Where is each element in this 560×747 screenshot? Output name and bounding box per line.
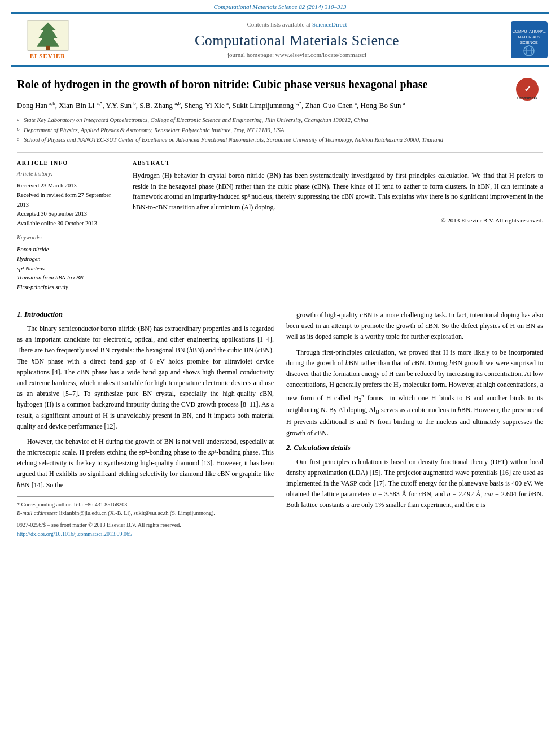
elsevier-logo: ELSEVIER (25, 20, 71, 59)
body-columns: 1. Introduction The binary semiconductor… (17, 310, 543, 538)
footnote-corresponding: * Corresponding author. Tel.: +86 431 85… (17, 500, 274, 509)
article-title: Role of hydrogen in the growth of boron … (17, 77, 543, 92)
affiliation-c: c School of Physics and NANOTEC-SUT Cent… (17, 136, 543, 145)
svg-text:MATERIALS: MATERIALS (518, 35, 540, 39)
svg-text:CrossMark: CrossMark (517, 96, 537, 100)
right-para-1: growth of high-quality cBN is a more cha… (286, 310, 543, 343)
svg-text:SCIENCE: SCIENCE (520, 41, 537, 45)
keywords-section: Keywords: Boron nitride Hydrogen sp³ Nuc… (17, 234, 113, 292)
elsevier-tree-icon (25, 20, 71, 51)
affil-text-c: School of Physics and NANOTEC-SUT Center… (24, 136, 443, 145)
affil-text-a: State Key Laboratory on Integrated Optoe… (24, 116, 368, 125)
journal-logo-section: COMPUTATIONAL MATERIALS SCIENCE (504, 18, 549, 61)
footnote-emails-text: lixianbin@jlu.edu.cn (X.-B. Li), sukit@s… (59, 510, 215, 516)
svg-rect-4 (511, 21, 548, 58)
keyword-2: Hydrogen (17, 255, 113, 264)
journal-homepage: journal homepage: www.elsevier.com/locat… (228, 51, 366, 58)
affil-super-b: b (17, 126, 24, 135)
footnote-emails: E-mail addresses: lixianbin@jlu.edu.cn (… (17, 509, 274, 517)
journal-logo-icon: COMPUTATIONAL MATERIALS SCIENCE (511, 21, 548, 58)
affil-super-a: a (17, 116, 24, 125)
intro-para-1: The binary semiconductor boron nitride (… (17, 324, 274, 432)
elsevier-label: ELSEVIER (30, 53, 66, 59)
article-title-text: Role of hydrogen in the growth of boron … (17, 78, 427, 90)
keyword-3: sp³ Nucleus (17, 264, 113, 274)
date-received: Received 23 March 2013 (17, 181, 113, 191)
crossmark-icon: ✓ CrossMark (512, 77, 543, 102)
keyword-4: Transition from hBN to cBN (17, 273, 113, 283)
date-accepted: Accepted 30 September 2013 (17, 209, 113, 219)
affiliations-section: a State Key Laboratory on Integrated Opt… (17, 116, 543, 145)
journal-header-center: Contents lists available at ScienceDirec… (90, 18, 504, 61)
science-direct-link: Contents lists available at ScienceDirec… (247, 21, 347, 28)
abstract-label: ABSTRACT (133, 160, 543, 166)
footnote-doi-link[interactable]: http://dx.doi.org/10.1016/j.commatsci.20… (17, 531, 132, 537)
contents-text: Contents lists available at (247, 21, 310, 28)
abstract-column: ABSTRACT Hydrogen (H) behavior in crysta… (133, 160, 543, 292)
keywords-label: Keywords: (17, 234, 113, 242)
copyright-text: © 2013 Elsevier B.V. All rights reserved… (133, 217, 543, 224)
article-content: Role of hydrogen in the growth of boron … (0, 67, 560, 549)
body-right-column: growth of high-quality cBN is a more cha… (286, 310, 543, 538)
journal-title: Computational Materials Science (195, 32, 399, 49)
section2-heading: 2. Calculation details (286, 443, 543, 452)
journal-reference-text: Computational Materials Science 82 (2014… (214, 3, 347, 10)
elsevier-logo-section: ELSEVIER (11, 18, 90, 61)
keyword-1: Boron nitride (17, 245, 113, 255)
footnote-area: * Corresponding author. Tel.: +86 431 85… (17, 496, 274, 538)
section2-para: Our first-principles calculation is base… (286, 457, 543, 511)
abstract-text: Hydrogen (H) behavior in crystal boron n… (133, 171, 543, 212)
history-label: Article history: (17, 171, 113, 178)
section-divider (17, 302, 543, 302)
svg-text:COMPUTATIONAL: COMPUTATIONAL (512, 29, 545, 33)
affiliation-a: a State Key Laboratory on Integrated Opt… (17, 116, 543, 125)
intro-para-2: However, the behavior of H during the gr… (17, 436, 274, 491)
article-info-label: ARTICLE INFO (17, 160, 113, 166)
affil-super-c: c (17, 136, 24, 145)
body-left-column: 1. Introduction The binary semiconductor… (17, 310, 274, 538)
keyword-5: First-principles study (17, 283, 113, 292)
footnote-emails-label: E-mail addresses: (17, 510, 58, 516)
science-direct-label[interactable]: ScienceDirect (312, 21, 347, 28)
footnote-bottom: 0927-0256/$ – see front matter © 2013 El… (17, 521, 274, 529)
journal-header: ELSEVIER Contents lists available at Sci… (11, 12, 549, 67)
affil-text-b: Department of Physics, Applied Physics &… (24, 126, 284, 135)
date-revised: Received in revised form 27 September 20… (17, 191, 113, 210)
info-abstract-section: ARTICLE INFO Article history: Received 2… (17, 152, 543, 292)
affiliation-b: b Department of Physics, Applied Physics… (17, 126, 543, 135)
authors-line: Dong Han a,b, Xian-Bin Li a,*, Y.Y. Sun … (17, 100, 543, 111)
date-online: Available online 30 October 2013 (17, 219, 113, 229)
section1-heading: 1. Introduction (17, 310, 274, 319)
journal-reference-bar: Computational Materials Science 82 (2014… (0, 0, 560, 12)
right-para-2: Through first-principles calculation, we… (286, 347, 543, 439)
svg-rect-2 (46, 46, 50, 50)
svg-text:✓: ✓ (524, 84, 531, 94)
article-info-column: ARTICLE INFO Article history: Received 2… (17, 160, 121, 292)
